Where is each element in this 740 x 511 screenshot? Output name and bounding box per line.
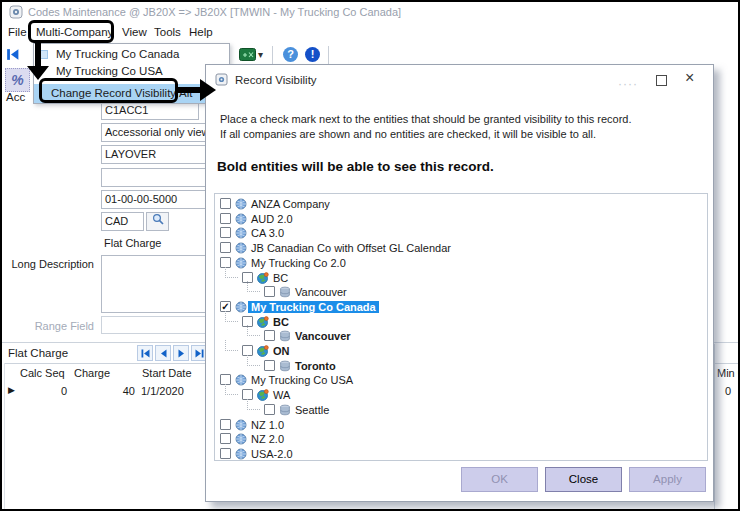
tree-item[interactable]: ON (215, 344, 707, 359)
entity-label: CA 3.0 (248, 227, 287, 239)
menu-view[interactable]: View (122, 26, 147, 38)
grid-cell-calc-seq[interactable]: 0 (47, 385, 67, 397)
currency-lookup-button[interactable] (146, 212, 169, 231)
ok-button[interactable]: OK (461, 467, 538, 492)
currency-input[interactable]: CAD (101, 212, 144, 231)
entity-checkbox[interactable] (220, 433, 231, 444)
grid-cell-start-date[interactable]: 1/1/2020 (141, 385, 184, 397)
close-icon[interactable]: × (685, 69, 694, 87)
grid-cell-min-charge[interactable]: 0 (717, 385, 731, 397)
first-record-nav-icon[interactable] (5, 47, 20, 66)
grid-header-calc-seq: Calc Seq (20, 367, 65, 379)
tree-item[interactable]: Seattle (215, 403, 707, 418)
entity-label: BC (270, 316, 292, 328)
tree-item[interactable]: USA-2.0 (215, 447, 707, 461)
info-icon[interactable]: ! (305, 47, 320, 62)
city-table-icon (279, 286, 291, 298)
entity-label: Toronto (292, 360, 339, 372)
long-description-label: Long Description (2, 258, 94, 270)
tree-connector (225, 340, 238, 351)
first-record-icon[interactable] (137, 345, 153, 361)
menu-tools[interactable]: Tools (154, 26, 181, 38)
entity-label: ON (270, 345, 293, 357)
menu-item-company-canada[interactable]: My Trucking Co Canada (34, 46, 229, 63)
tree-item[interactable]: My Trucking Co 2.0 (215, 256, 707, 271)
bold-entities-note: Bold entities will be able to see this r… (217, 159, 494, 174)
instruction-line-1: Place a check mark next to the entities … (220, 113, 632, 125)
tree-item[interactable]: BC (215, 315, 707, 330)
tree-connector (247, 355, 260, 366)
dropdown-caret-icon[interactable]: ▾ (258, 49, 263, 60)
menu-item-label: My Trucking Co USA (56, 65, 163, 77)
toolbar-separator (272, 46, 273, 64)
entity-checkbox[interactable] (220, 448, 231, 459)
entity-label: Vancouver (292, 286, 350, 298)
tree-item[interactable]: AUD 2.0 (215, 212, 707, 227)
tree-item[interactable]: NZ 1.0 (215, 418, 707, 433)
tab-accessorial[interactable]: Acc (6, 91, 25, 103)
flat-charge-section-title: Flat Charge (8, 347, 68, 359)
company-globe-icon (235, 227, 247, 239)
toolbar-separator (328, 46, 329, 64)
menu-item-label: My Trucking Co Canada (56, 48, 179, 60)
entity-label: NZ 2.0 (248, 433, 287, 445)
annotation-box-multi-company (28, 20, 114, 43)
close-button[interactable]: Close (545, 467, 622, 492)
entity-label: My Trucking Co USA (248, 374, 356, 386)
company-globe-icon (235, 213, 247, 225)
city-table-icon (279, 330, 291, 342)
entity-checkbox[interactable] (264, 330, 275, 341)
tree-item[interactable]: BC (215, 271, 707, 286)
record-visibility-dialog: Record Visibility ···· × Place a check m… (205, 64, 714, 502)
tree-item[interactable]: Vancouver (215, 329, 707, 344)
tree-connector (247, 325, 260, 336)
next-record-icon[interactable] (173, 345, 189, 361)
range-field-label: Range Field (2, 320, 94, 332)
tree-item[interactable]: CA 3.0 (215, 226, 707, 241)
tree-item[interactable]: ✓My Trucking Co Canada (215, 300, 707, 315)
flat-charge-nav (137, 345, 207, 361)
tree-item[interactable]: ANZA Company (215, 197, 707, 212)
tree-item[interactable]: WA (215, 388, 707, 403)
grid-left-border (4, 363, 5, 509)
entity-checkbox[interactable] (264, 360, 275, 371)
menu-help[interactable]: Help (189, 26, 213, 38)
tree-connector (225, 267, 238, 278)
tree-item[interactable]: Toronto (215, 359, 707, 374)
entity-checkbox[interactable] (264, 404, 275, 415)
company-globe-icon (235, 433, 247, 445)
tree-item[interactable]: My Trucking Co USA (215, 373, 707, 388)
tree-connector (247, 281, 260, 292)
entity-checkbox[interactable] (220, 227, 231, 238)
company-globe-icon (235, 419, 247, 431)
screenshot-frame: Codes Maintenance @ JB20X => JB20X [TMWI… (0, 0, 740, 511)
tree-item[interactable]: NZ 2.0 (215, 432, 707, 447)
minimize-icon[interactable]: ···· (618, 77, 638, 91)
help-icon[interactable]: ? (283, 47, 298, 62)
entity-checkbox[interactable] (220, 198, 231, 209)
entity-label: WA (270, 389, 293, 401)
entity-checkbox[interactable] (220, 242, 231, 253)
annotation-arrow-down (35, 43, 41, 68)
maximize-icon[interactable] (656, 75, 667, 86)
company-globe-icon (235, 242, 247, 254)
tree-connector (247, 399, 260, 410)
tree-item[interactable]: Vancouver (215, 285, 707, 300)
grid-header-start-date: Start Date (142, 367, 192, 379)
entity-checkbox[interactable] (220, 419, 231, 430)
company-globe-icon (235, 198, 247, 210)
apply-button[interactable]: Apply (629, 467, 706, 492)
entity-label: BC (270, 272, 291, 284)
entity-label: AUD 2.0 (248, 213, 296, 225)
entity-label: Seattle (292, 404, 332, 416)
entity-checkbox[interactable] (220, 213, 231, 224)
prev-record-icon[interactable] (155, 345, 171, 361)
entity-checkbox[interactable] (264, 286, 275, 297)
grid-cell-charge[interactable]: 40 (112, 385, 135, 397)
tree-item[interactable]: JB Canadian Co with Offset GL Calendar (215, 241, 707, 256)
tree-connector (225, 384, 238, 395)
menu-file[interactable]: File (8, 26, 27, 38)
grid-header-min-charge: Min C (717, 367, 739, 379)
entity-label: USA-2.0 (248, 448, 296, 460)
main-titlebar: Codes Maintenance @ JB20X => JB20X [TMWI… (2, 2, 738, 22)
